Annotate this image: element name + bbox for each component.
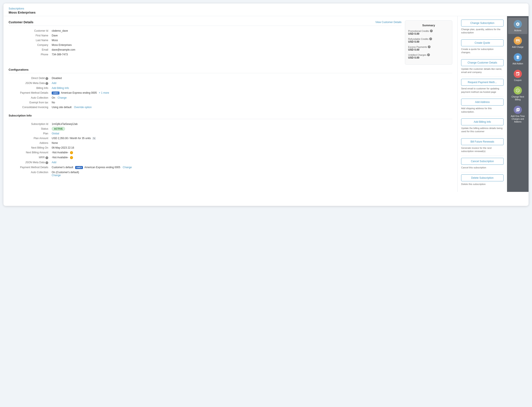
sidebar-item-coupon[interactable]: Coupon <box>508 68 527 84</box>
next-billing-amount-value: -Not Available- ! <box>52 151 452 154</box>
sidebar-item-add-addon[interactable]: Add Addon <box>508 51 527 67</box>
create-quote-desc: Create a quote for subscription changes. <box>461 47 504 54</box>
change-subscription-desc: Change plan, quantity, addons for the su… <box>461 28 504 34</box>
add-charge-label: Add Charge <box>512 46 523 48</box>
email-row: Email dave@example.com <box>9 48 401 51</box>
divider-7 <box>461 156 504 156</box>
promotional-credits-label: Promotional Credits ? <box>408 30 449 32</box>
plan-amount-edit-icon[interactable]: ✎ <box>92 137 96 140</box>
unbilled-charges-value: USD 0.00 <box>408 56 449 59</box>
refundable-credits-label: Refundable Credits ? <box>408 38 449 40</box>
page-title: Moss Enterprises <box>9 11 523 14</box>
create-quote-button[interactable]: Create Quote <box>461 39 504 46</box>
promotional-credits-help-icon[interactable]: ? <box>430 30 433 32</box>
phone-value: 734-389-7473 <box>52 53 401 56</box>
next-billing-amount-label: Next Billing Amount <box>9 151 52 154</box>
add-billing-button[interactable]: Add Billing Info <box>461 118 504 125</box>
mrr-value: -Not Available- ! <box>52 156 452 159</box>
refundable-credits-value: USD 0.00 <box>408 40 449 43</box>
delete-subscription-desc: Delete this subscription <box>461 183 504 186</box>
subscription-id-value: 1mGj8LkTaiSewq12ab <box>52 123 452 125</box>
amex-badge: AMEX <box>52 92 59 94</box>
change-customer-button[interactable]: Change Customer Details <box>461 59 504 66</box>
sub-auto-collection-row: Auto Collection On (Customer's default) … <box>9 171 452 177</box>
request-payment-desc: Send email to customer for updating paym… <box>461 87 504 94</box>
sidebar-item-add-one-time[interactable]: Add One-Time Charges and Addons <box>508 104 527 125</box>
delete-subscription-button[interactable]: Delete Subscription <box>461 174 504 181</box>
json-meta-add-link[interactable]: Add <box>52 82 452 85</box>
customer-details-section: Summary Promotional Credits ? USD 0.00 R… <box>9 20 452 68</box>
mrr-warning-icon[interactable]: ! <box>70 156 73 159</box>
exempt-tax-value: No <box>52 101 452 104</box>
next-billing-amount-row: Next Billing Amount -Not Available- ! <box>9 151 452 154</box>
plan-link: Global <box>52 132 59 135</box>
direct-debit-help-icon[interactable]: ? <box>46 77 48 80</box>
plan-amount-value: USD 2,350.00 / Month for 35 units ✎ <box>52 137 452 140</box>
excess-payments-help-icon[interactable]: ? <box>428 46 430 48</box>
sub-json-meta-help-icon[interactable]: ? <box>46 161 48 164</box>
customer-id-label: Customer Id <box>9 29 52 32</box>
sub-payment-method-value: Customer's default AMEX American Express… <box>52 166 452 169</box>
refundable-credits-help-icon[interactable]: ? <box>429 38 432 40</box>
billing-info-link: Add Billing Info <box>52 86 69 90</box>
sub-auto-collection-value: On (Customer's default) Change <box>52 171 452 177</box>
sidebar-item-actions[interactable]: Actions <box>508 18 527 34</box>
summary-box: Summary Promotional Credits ? USD 0.00 R… <box>405 20 452 65</box>
sidebar-item-change-next-billing[interactable]: Change Next Billing <box>508 84 527 103</box>
content-area: Summary Promotional Credits ? USD 0.00 R… <box>3 16 457 192</box>
change-subscription-button[interactable]: Change Subscription <box>461 20 504 26</box>
mrr-help-icon[interactable]: ? <box>46 156 48 159</box>
last-name-row: Last Name Moss <box>9 39 401 42</box>
plan-row: Plan Global <box>9 132 452 135</box>
plan-amount-label: Plan Amount <box>9 137 52 140</box>
first-name-value: Dave <box>52 34 401 37</box>
direct-debit-row: Direct Debit ? Disabled <box>9 77 452 80</box>
change-next-billing-icon <box>514 86 522 94</box>
request-payment-button[interactable]: Request Payment Meth... <box>461 79 504 86</box>
auto-collection-row: Auto Collection On Change <box>9 96 452 99</box>
subscription-id-row: Subscription Id 1mGj8LkTaiSewq12ab <box>9 123 452 125</box>
cancel-subscription-button[interactable]: Cancel Subscription <box>461 158 504 165</box>
unbilled-charges-label: Unbilled Charges ? <box>408 53 449 56</box>
configurations-section: Configurations Direct Debit ? Disabled J… <box>9 68 452 109</box>
divider-6 <box>461 136 504 136</box>
consolidated-invoicing-row: Consolidated Invoicing Using site defaul… <box>9 106 452 109</box>
cancel-subscription-desc: Cancel this subscription <box>461 166 504 169</box>
json-meta-help-icon[interactable]: ? <box>46 82 48 85</box>
auto-collection-change-link[interactable]: Change <box>57 96 67 99</box>
add-address-button[interactable]: Add Address <box>461 99 504 106</box>
configurations-header: Configurations <box>9 68 452 73</box>
change-next-billing-label: Change Next Billing <box>510 95 526 101</box>
customer-id-row: Customer Id cbdemo_dave <box>9 29 401 32</box>
phone-row: Phone 734-389-7473 <box>9 53 401 56</box>
divider-5 <box>461 116 504 116</box>
sub-auto-collection-change-link[interactable]: Change <box>52 174 61 177</box>
add-addon-icon <box>514 53 522 61</box>
payment-method-more-link[interactable]: + 1 more <box>99 91 109 94</box>
breadcrumb-parent[interactable]: Subscriptions <box>9 7 24 10</box>
email-value: dave@example.com <box>52 48 401 51</box>
payment-method-label: Payment Method Details <box>9 91 52 94</box>
company-row: Company Moss Enterprises <box>9 44 401 47</box>
next-billing-warning-icon[interactable]: ! <box>70 151 73 154</box>
customer-details-table: Customer Id cbdemo_dave First Name Dave … <box>9 29 452 56</box>
subscription-info-title: Subscription Info <box>9 114 32 117</box>
sub-payment-method-label: Payment Method Details <box>9 166 52 169</box>
first-name-label: First Name <box>9 34 52 37</box>
coupon-icon <box>514 70 522 78</box>
view-customer-details-link[interactable]: View Customer Details <box>376 21 401 24</box>
add-one-time-label: Add One-Time Charges and Addons <box>510 115 526 123</box>
sidebar-item-add-charge[interactable]: Add Charge <box>508 34 527 51</box>
excess-payments-value: USD 0.00 <box>408 48 449 51</box>
override-option-link[interactable]: Override option <box>74 106 92 109</box>
bill-renewals-desc: Generate invoice for the next subscripti… <box>461 146 504 153</box>
excess-payments-row: Excess Payments ? USD 0.00 <box>408 46 449 51</box>
billing-info-label: Billing Info <box>9 86 52 90</box>
addons-row: Addons None <box>9 141 452 144</box>
subscription-info-section: Subscription Info Subscription Id 1mGj8L… <box>9 114 452 177</box>
bill-renewals-button[interactable]: Bill Future Renewals <box>461 138 504 145</box>
sub-payment-change-link[interactable]: Change <box>123 166 132 169</box>
unbilled-charges-help-icon[interactable]: ? <box>427 53 430 56</box>
subscription-id-label: Subscription Id <box>9 123 52 125</box>
plan-label: Plan <box>9 132 52 135</box>
